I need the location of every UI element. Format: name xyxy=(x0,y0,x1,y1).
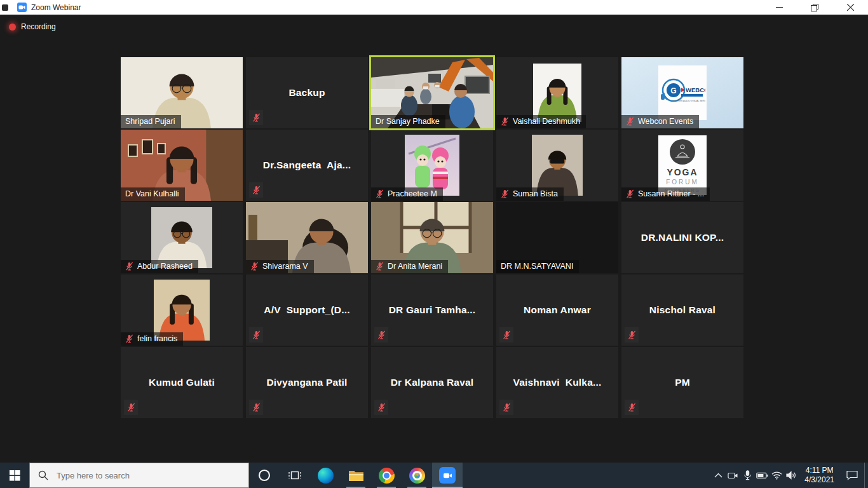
clock-date: 4/3/2021 xyxy=(804,475,834,485)
participant-tile[interactable]: Suman Bista xyxy=(496,130,618,201)
participant-name: Dr Sanjay Phadke xyxy=(376,117,440,126)
participant-name: Nischol Raval xyxy=(621,274,743,346)
muted-mic-icon xyxy=(626,117,634,126)
yoga-forum-logo: YOGA FORUM NÜRNBERG xyxy=(658,135,707,195)
participant-name-label: Shripad Pujari xyxy=(121,115,181,128)
task-view-button[interactable] xyxy=(280,463,310,488)
participant-tile[interactable]: Abdur Rasheed xyxy=(121,202,243,273)
cortana-button[interactable] xyxy=(249,463,280,488)
muted-mic-icon xyxy=(252,186,261,194)
recording-indicator[interactable]: Recording xyxy=(9,22,56,31)
participant-tile[interactable]: Dr Vani Kulhalli xyxy=(121,130,243,201)
participant-avatar xyxy=(154,280,210,341)
participant-tile[interactable]: Noman Anwar xyxy=(496,274,618,346)
participant-name: Shivarama V xyxy=(262,262,308,271)
start-button[interactable] xyxy=(0,463,29,488)
hidden-icons-chevron[interactable] xyxy=(711,463,726,488)
participant-tile[interactable]: felin francis xyxy=(121,274,243,346)
participant-name-label: DR M.N.SATYAVANI xyxy=(496,260,579,273)
taskbar: 4:11 PM 4/3/2021 xyxy=(0,463,868,488)
participant-tile[interactable]: Vaishali Deshmukh xyxy=(496,57,618,128)
volume-tray-icon[interactable] xyxy=(784,463,799,488)
participant-tile[interactable]: G WEBCON+ GROVER AUDIO VISUAL SERVICES W… xyxy=(621,57,743,128)
cortana-icon xyxy=(258,469,271,482)
chrome-button[interactable] xyxy=(371,463,402,488)
svg-text:YOGA: YOGA xyxy=(667,167,698,177)
participant-name: PM xyxy=(621,347,743,418)
chrome-icon xyxy=(379,468,395,484)
participant-name: Dr.Sangeeta Aja... xyxy=(246,130,368,201)
file-explorer-icon xyxy=(348,469,364,482)
participant-tile[interactable]: Vaishnavi Kulka... xyxy=(496,347,618,418)
participant-name-label: Dr Sanjay Phadke xyxy=(371,115,445,128)
participant-tile[interactable]: Shivarama V xyxy=(246,202,368,273)
participant-tile[interactable]: Dr.Sangeeta Aja... xyxy=(246,130,368,201)
participant-name: DR.NALINI KOP... xyxy=(621,202,743,273)
colorful-browser-icon xyxy=(409,468,425,484)
participant-tile[interactable]: A/V Support_(D... xyxy=(246,274,368,346)
muted-mic-icon xyxy=(503,330,511,339)
mute-badge xyxy=(124,400,138,415)
muted-mic-icon xyxy=(125,334,133,343)
participant-tile[interactable]: DR M.N.SATYAVANI xyxy=(496,202,618,273)
wifi-tray-icon[interactable] xyxy=(770,463,784,488)
muted-mic-icon xyxy=(252,113,261,122)
taskbar-clock[interactable]: 4:11 PM 4/3/2021 xyxy=(799,466,840,485)
participant-avatar xyxy=(151,207,212,268)
muted-mic-icon xyxy=(252,403,261,412)
participant-name: Dr Anita Merani xyxy=(388,262,442,271)
edge-button[interactable] xyxy=(310,463,341,488)
svg-text:FORUM: FORUM xyxy=(666,179,699,186)
participant-name-label: Shivarama V xyxy=(246,260,314,273)
search-input[interactable] xyxy=(55,470,229,481)
restore-button[interactable] xyxy=(797,0,832,15)
participant-tile[interactable]: Pracheetee M xyxy=(371,130,493,201)
close-button[interactable] xyxy=(832,0,868,15)
minimize-button[interactable] xyxy=(761,0,797,15)
participant-tile[interactable]: Shripad Pujari xyxy=(121,57,243,128)
participant-name: Webcon Events xyxy=(638,117,693,126)
participant-tile[interactable]: DR Gauri Tamha... xyxy=(371,274,493,346)
zoom-button[interactable] xyxy=(432,463,463,488)
show-desktop-button[interactable] xyxy=(864,463,868,488)
participant-name-label: Pracheetee M xyxy=(371,187,443,201)
battery-tray-icon[interactable] xyxy=(755,463,770,488)
mute-badge xyxy=(499,327,513,342)
recording-label: Recording xyxy=(21,22,56,31)
participant-tile[interactable]: Backup xyxy=(246,57,368,128)
participant-name: Kumud Gulati xyxy=(121,347,243,418)
muted-mic-icon xyxy=(501,117,509,126)
participant-name-label: Abdur Rasheed xyxy=(121,260,198,273)
camera-tray-icon[interactable] xyxy=(726,463,740,488)
participant-name: Dr Kalpana Raval xyxy=(371,347,493,418)
mute-badge xyxy=(499,400,513,415)
muted-mic-icon xyxy=(626,189,634,198)
mute-badge xyxy=(374,327,388,342)
muted-mic-icon xyxy=(376,262,384,271)
participant-name-label: Dr Anita Merani xyxy=(371,260,448,273)
mute-badge xyxy=(249,400,263,415)
participant-tile[interactable]: Dr Kalpana Raval xyxy=(371,347,493,418)
participant-tile[interactable]: Dr Anita Merani xyxy=(371,202,493,273)
browser-colorful-button[interactable] xyxy=(402,463,432,488)
action-center-button[interactable] xyxy=(840,463,864,488)
participant-name-label: Suman Bista xyxy=(496,187,564,201)
muted-mic-icon xyxy=(503,403,511,412)
mute-badge xyxy=(249,327,263,342)
clock-time: 4:11 PM xyxy=(806,466,834,475)
file-explorer-button[interactable] xyxy=(341,463,371,488)
participant-name: Abdur Rasheed xyxy=(137,262,193,271)
participant-tile[interactable]: Divyangana Patil xyxy=(246,347,368,418)
webcon-logo: G WEBCON+ GROVER AUDIO VISUAL SERVICES xyxy=(658,65,707,120)
muted-mic-icon xyxy=(628,403,636,412)
participant-tile[interactable]: Kumud Gulati xyxy=(121,347,243,418)
participant-tile[interactable]: Nischol Raval xyxy=(621,274,743,346)
muted-mic-icon xyxy=(127,403,135,412)
participant-tile[interactable]: PM xyxy=(621,347,743,418)
participant-tile[interactable]: Dr Sanjay Phadke xyxy=(371,57,493,128)
taskbar-search[interactable] xyxy=(29,463,249,488)
participant-tile[interactable]: DR.NALINI KOP... xyxy=(621,202,743,273)
microphone-tray-icon[interactable] xyxy=(740,463,755,488)
participant-tile[interactable]: YOGA FORUM NÜRNBERG Susann Rittner - ... xyxy=(621,130,743,201)
participant-name: Divyangana Patil xyxy=(246,347,368,418)
